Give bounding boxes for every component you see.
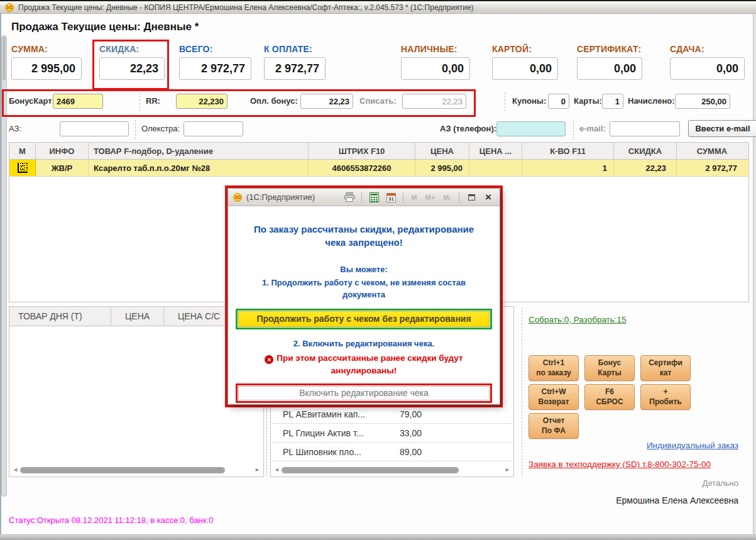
dialog-option2: 2. Включить редактирования чека. — [253, 338, 474, 350]
pl-item-name: PL Шиповник пло... — [271, 447, 397, 457]
row-summa: 2 972,77 — [677, 160, 747, 176]
az-label: АЗ: — [9, 124, 21, 133]
continue-without-editing-button[interactable]: Продолжить работу с чеком без редактиров… — [238, 311, 490, 327]
calendar-icon[interactable]: 31 — [385, 191, 397, 204]
memory-m-minus-button[interactable]: М- — [441, 194, 453, 201]
button-line: Сертифи — [649, 358, 682, 368]
day-table-hscrollbar[interactable]: ◄ ► — [13, 466, 260, 474]
col-tovar[interactable]: ТОВАР F-подбор, D-удаление — [89, 143, 309, 159]
dialog-titlebar: 1С (1С:Предприятие) — [228, 189, 500, 206]
summary-k-oplate: К ОПЛАТЕ: 2 972,77 — [264, 44, 326, 80]
row-cena-ss — [469, 160, 522, 176]
col-info[interactable]: ИНФО — [36, 143, 89, 159]
bonus-karty-button[interactable]: Бонус Карты — [584, 355, 635, 381]
email-label: e-mail: — [579, 124, 606, 133]
dialog-title: (1С:Предприятие) — [246, 192, 339, 202]
maximize-icon[interactable] — [465, 191, 478, 204]
support-link[interactable]: Заявка в техподдержку (SD) т.8-800-302-7… — [529, 460, 711, 469]
k-oplate-label: К ОПЛАТЕ: — [264, 44, 326, 54]
vertical-scrollbar-thumb[interactable] — [3, 36, 6, 80]
f6-sbros-button[interactable]: F6 СБРОС — [584, 384, 635, 410]
spisat-input[interactable] — [402, 94, 466, 109]
col-summa[interactable]: СУММА — [677, 143, 747, 159]
olekstra-input[interactable] — [184, 121, 243, 136]
scroll-right-icon[interactable]: ► — [505, 466, 510, 474]
button-line: Бонус — [598, 358, 621, 368]
assembly-link[interactable]: Собрать:0, Разобрать:15 — [529, 315, 627, 324]
col-cena[interactable]: ЦЕНА — [415, 143, 469, 159]
divider — [459, 192, 459, 202]
row-tovar: Ксарелто таб.п.п.о.20мг №28 — [89, 160, 309, 176]
warning-dialog: 1С (1С:Предприятие) — [227, 188, 500, 405]
annotation-red-frame: Включить редактирование чека — [236, 383, 492, 403]
pl-item-price: 89,00 — [397, 447, 422, 457]
button-line: + — [663, 387, 667, 397]
annotation-green-frame: Продолжить работу с чеком без редактиров… — [236, 309, 492, 329]
col-skidka[interactable]: СКИДКА — [614, 143, 677, 159]
olekstra-label: Олекстра: — [141, 124, 180, 133]
day-col-tovar[interactable]: ТОВАР ДНЯ (Т) — [9, 307, 111, 326]
ctrlw-vozvrat-button[interactable]: Ctrl+W Возврат — [529, 384, 579, 410]
calculator-icon[interactable] — [368, 191, 380, 204]
k-oplate-value: 2 972,77 — [264, 57, 326, 80]
summary-sdacha: СДАЧА: 0,00 — [670, 44, 745, 80]
individual-order-link[interactable]: Индивидуальный заказ — [647, 441, 738, 450]
col-cena-ss[interactable]: ЦЕНА ... — [469, 143, 522, 159]
az-input[interactable] — [60, 121, 129, 136]
memory-m-button[interactable]: М — [409, 194, 419, 201]
sertifikat-label: СЕРТИФИКАТ: — [577, 44, 642, 54]
page-title: Продажа Текущие цены: Дневные * — [11, 21, 199, 33]
skidka-label: СКИДКА: — [99, 44, 165, 54]
nachisleno-input[interactable] — [675, 94, 730, 109]
rr-input[interactable] — [176, 94, 227, 109]
scroll-track[interactable] — [282, 466, 503, 473]
enter-email-button[interactable]: Ввести e-mail — [688, 120, 756, 137]
scroll-left-icon[interactable]: ◄ — [274, 466, 280, 474]
opl-bonus-input[interactable] — [300, 94, 353, 109]
sdacha-label: СДАЧА: — [670, 44, 745, 54]
ctrl1-po-zakazu-button[interactable]: Ctrl+1 по заказу — [529, 355, 579, 381]
print-icon[interactable] — [343, 191, 356, 204]
vsego-value: 2 972,77 — [179, 57, 251, 80]
az-phone-input[interactable] — [496, 121, 566, 136]
pl-list-hscrollbar[interactable]: ◄ ► — [274, 466, 510, 474]
divider — [361, 192, 362, 202]
scroll-thumb[interactable] — [282, 467, 459, 473]
panel-divider — [522, 307, 522, 476]
scroll-left-icon[interactable]: ◄ — [13, 466, 18, 474]
button-line: Ctrl+W — [542, 387, 566, 397]
email-input[interactable] — [610, 121, 680, 136]
button-line: Ctrl+1 — [543, 358, 564, 368]
opl-bonus-label: Опл. бонус: — [250, 96, 298, 106]
list-item[interactable]: PL Глицин Актив т... 33,00 — [271, 424, 513, 443]
summary-summa: СУММА: 2 995,00 — [11, 44, 82, 80]
pl-item-price: 33,00 — [397, 428, 422, 438]
nachisleno-label: Начислено: — [628, 96, 675, 106]
cashier-name: Ермошина Елена Алексеевна — [616, 495, 738, 505]
col-kvo[interactable]: К-ВО F11 — [522, 143, 614, 159]
day-col-cena[interactable]: ЦЕНА — [111, 307, 164, 326]
dialog-body: По заказу рассчитаны скидки, редактирова… — [228, 206, 500, 404]
list-item[interactable]: PL Шиповник пло... 89,00 — [271, 443, 513, 461]
sertifikat-button[interactable]: Сертифи кат — [640, 355, 691, 381]
pl-item-price: 79,00 — [397, 409, 422, 419]
scroll-track[interactable] — [20, 466, 253, 473]
scroll-thumb[interactable] — [20, 467, 225, 473]
col-m[interactable]: М — [9, 143, 36, 159]
scroll-right-icon[interactable]: ► — [255, 466, 260, 474]
close-icon[interactable]: × — [482, 191, 495, 204]
enable-editing-button[interactable]: Включить редактирование чека — [238, 386, 490, 400]
memory-m-plus-button[interactable]: М+ — [424, 194, 437, 201]
probit-button[interactable]: + Пробить — [640, 384, 691, 410]
dialog-option1: 1. Продолжить работу с чеком, не изменяя… — [253, 277, 474, 301]
nalichnye-label: НАЛИЧНЫЕ: — [401, 44, 470, 54]
list-item[interactable]: PL АЕвитамин кап... 79,00 — [271, 405, 513, 424]
kupony-input[interactable] — [548, 94, 569, 109]
otchet-po-fa-button[interactable]: Отчет По ФА — [529, 413, 579, 439]
col-shtrih[interactable]: ШТРИХ F10 — [309, 143, 415, 159]
bonuskart-input[interactable] — [53, 94, 103, 109]
vsego-label: ВСЕГО: — [179, 44, 251, 54]
summary-vsego: ВСЕГО: 2 972,77 — [179, 44, 251, 80]
karty-input[interactable] — [602, 94, 623, 109]
sale-item-row[interactable]: ЖВ/Р Ксарелто таб.п.п.о.20мг №28 4606553… — [9, 160, 749, 177]
